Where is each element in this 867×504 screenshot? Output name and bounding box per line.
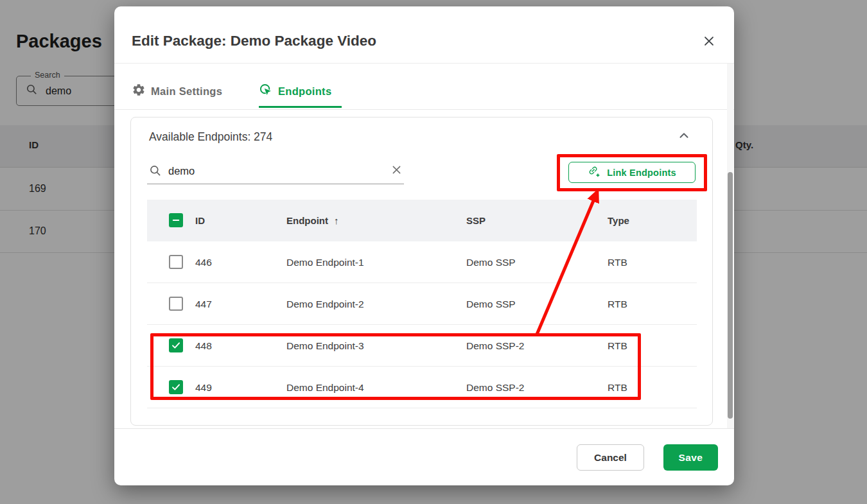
endpoints-table: ID Endpoint↑ SSP Type 446 Demo Endpoint-… [147,200,697,408]
modal-tabs: Main Settings Endpoints [114,76,734,109]
tab-endpoints[interactable]: Endpoints [259,80,331,103]
modal-scrollbar[interactable] [727,64,733,428]
search-underline [147,184,404,184]
save-button[interactable]: Save [663,444,718,471]
clear-icon[interactable] [389,164,403,178]
link-endpoints-label: Link Endpoints [607,168,676,178]
tab-main-settings[interactable]: Main Settings [132,80,222,103]
chevron-up-icon[interactable] [676,128,692,144]
active-tab-underline [259,106,342,108]
endpoint-ssp-cell: Demo SSP-2 [466,340,524,352]
endpoint-name-cell: Demo Endpoint-3 [286,340,364,352]
link-endpoints-button[interactable]: Link Endpoints [568,162,696,183]
sort-asc-icon: ↑ [334,215,339,226]
endpoint-row[interactable]: 446 Demo Endpoint-1 Demo SSP RTB [147,241,697,283]
col-header-endpoint-label: Endpoint [286,215,328,226]
available-endpoints-title: Available Endpoints: 274 [149,130,272,144]
endpoint-id-cell: 449 [195,382,212,394]
row-checkbox[interactable] [169,297,183,311]
endpoint-type-cell: RTB [608,299,627,310]
cancel-button[interactable]: Cancel [577,444,644,471]
header-divider [114,63,734,64]
modal-title: Edit Package: Demo Package Video [132,33,376,49]
row-checkbox[interactable] [169,380,183,394]
endpoint-name-cell: Demo Endpoint-1 [286,257,364,268]
tab-label: Main Settings [151,85,222,98]
endpoint-row[interactable]: 448 Demo Endpoint-3 Demo SSP-2 RTB [147,325,697,367]
endpoint-row[interactable]: 447 Demo Endpoint-2 Demo SSP RTB [147,283,697,325]
edit-package-modal: Edit Package: Demo Package Video Main Se… [114,6,734,485]
endpoint-ssp-cell: Demo SSP-2 [466,382,524,394]
endpoint-name-cell: Demo Endpoint-4 [286,382,364,394]
tab-label: Endpoints [278,85,331,98]
col-header-ssp[interactable]: SSP [466,215,486,226]
endpoint-name-cell: Demo Endpoint-2 [286,299,364,310]
endpoint-ssp-cell: Demo SSP [466,257,516,268]
endpoint-id-cell: 447 [195,299,212,310]
endpoint-id-cell: 446 [195,257,212,268]
available-endpoints-panel: Available Endpoints: 274 [130,117,713,426]
tabs-divider [114,109,734,110]
endpoint-row[interactable]: 449 Demo Endpoint-4 Demo SSP-2 RTB [147,367,697,408]
endpoints-table-header: ID Endpoint↑ SSP Type [147,200,697,241]
col-header-endpoint[interactable]: Endpoint↑ [286,215,338,226]
add-link-icon [588,165,601,180]
footer-divider [114,428,734,429]
gear-icon [132,83,146,100]
endpoint-id-cell: 448 [195,340,212,352]
select-all-checkbox[interactable] [169,213,183,227]
col-header-type[interactable]: Type [608,215,629,226]
endpoints-search-input[interactable] [168,162,380,179]
row-checkbox[interactable] [169,338,183,352]
endpoint-type-cell: RTB [608,382,627,394]
col-header-id[interactable]: ID [195,215,205,226]
row-checkbox[interactable] [169,255,183,269]
endpoint-type-cell: RTB [608,257,627,268]
scrollbar-thumb[interactable] [728,172,733,419]
endpoint-type-cell: RTB [608,340,627,352]
search-icon [149,164,162,180]
endpoint-ssp-cell: Demo SSP [466,299,516,310]
ads-click-icon [259,83,273,100]
close-icon[interactable] [701,33,717,50]
